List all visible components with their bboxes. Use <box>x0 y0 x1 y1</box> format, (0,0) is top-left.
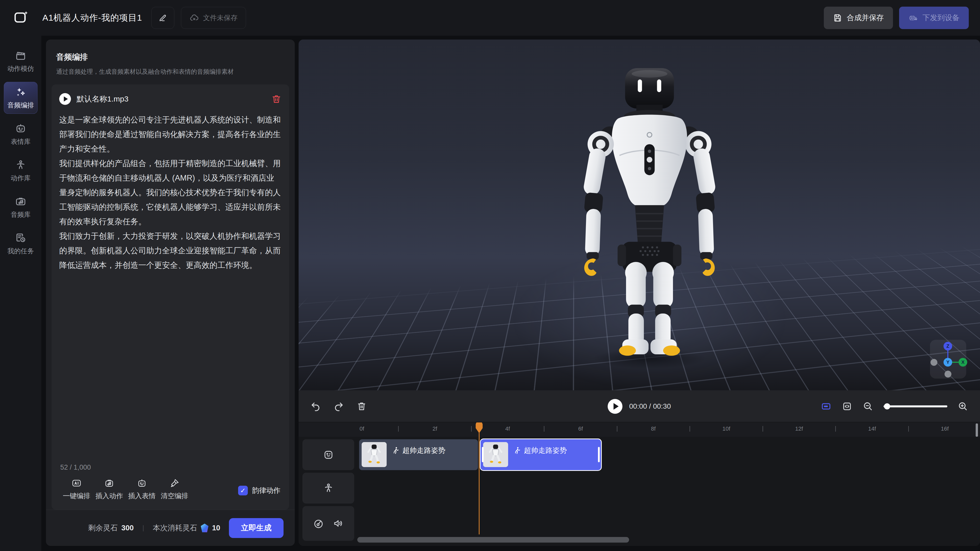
compose-save-button[interactable]: 合成并保存 <box>824 6 893 29</box>
gizmo-y-handle[interactable]: Y <box>943 358 952 367</box>
ruler-label: 8f <box>651 426 655 432</box>
ruler-tick <box>544 426 544 432</box>
timeline-zoom-slider[interactable] <box>883 405 947 407</box>
sidebar-item-audio-arrange[interactable]: 音频编排 <box>4 82 38 114</box>
sidebar-item-audio-lib[interactable]: 音频库 <box>4 191 38 223</box>
ruler-tick <box>471 426 472 432</box>
zoom-slider-knob[interactable] <box>884 403 890 410</box>
motion-track-header[interactable] <box>302 473 354 503</box>
person-track-icon <box>323 483 334 494</box>
project-title: A1机器人动作-我的项目1 <box>42 12 142 24</box>
panel-subtitle: 通过音频处理，生成音频素材以及融合动作和表情的音频编排素材 <box>56 68 285 76</box>
ruler-label: 16f <box>941 426 949 432</box>
sidebar-item-motion-mimic[interactable]: 动作模仿 <box>4 45 38 77</box>
timeline-controls: 00:00 / 00:30 <box>299 390 980 422</box>
save-icon <box>833 13 842 22</box>
clip-thumbnail <box>362 442 387 467</box>
gizmo-neg-z-handle[interactable] <box>945 371 951 378</box>
nav-sidebar: 动作模仿 音频编排 表情库 <box>0 36 41 551</box>
rhythm-checkbox[interactable]: ✓ <box>238 486 248 495</box>
generate-now-button[interactable]: 立即生成 <box>229 518 283 538</box>
audio-file-row: 默认名称1.mp3 <box>59 93 282 105</box>
clip-thumbnail <box>483 442 508 467</box>
music-card-icon <box>104 478 115 488</box>
tool-label: 一键编排 <box>63 491 90 500</box>
sidebar-label: 音频库 <box>11 210 30 219</box>
axis-gizmo[interactable]: Z Y X <box>930 340 966 379</box>
timeline-tracks[interactable]: 超帅走路姿势 <box>299 437 980 546</box>
fit-width-icon[interactable] <box>842 401 853 412</box>
snap-toggle-icon[interactable] <box>821 401 832 412</box>
playhead-line[interactable] <box>479 423 479 534</box>
pencil-icon <box>159 14 167 22</box>
clip-label-row: 超帅走路姿势 <box>513 446 567 455</box>
ruler-tick <box>398 426 399 432</box>
rhythm-label: 韵律动作 <box>252 486 280 495</box>
ruler-label: 4f <box>505 426 510 432</box>
ruler-label: 2f <box>433 426 437 432</box>
one-key-arrange-button[interactable]: 一键编排 <box>60 478 93 500</box>
ruler-label: 6f <box>578 426 583 432</box>
viewport-3d[interactable]: Z Y X <box>299 40 980 390</box>
panel-header: 音频编排 通过音频处理，生成音频素材以及融合动作和表情的音频编排素材 <box>46 40 295 76</box>
sidebar-label: 音频编排 <box>7 101 34 110</box>
face-track-icon <box>323 449 334 460</box>
timeline-ruler[interactable]: 0f 2f 4f 6f 8f 10f 12f 14f 16f <box>299 422 980 437</box>
zoom-out-icon[interactable] <box>862 401 873 412</box>
generate-footer: 剩余灵石300 | 本次消耗灵石 10 立即生成 <box>46 510 295 546</box>
panel-title: 音频编排 <box>56 52 285 62</box>
ruler-tick <box>835 426 836 432</box>
metronome-icon <box>313 518 324 529</box>
char-counter: 52 / 1,000 <box>60 464 282 472</box>
clip-trim-handle-left[interactable] <box>482 447 484 462</box>
ai-badge-icon <box>72 478 82 488</box>
timeline-clip-selected[interactable]: 超帅走路姿势 <box>480 439 601 470</box>
ruler-tick <box>762 426 763 432</box>
task-clock-icon <box>15 232 26 244</box>
deploy-to-device-button[interactable]: 下发到设备 <box>899 6 969 29</box>
ruler-tick <box>908 426 909 432</box>
gizmo-z-handle[interactable]: Z <box>943 342 952 351</box>
gizmo-x-handle[interactable]: X <box>959 358 967 367</box>
audio-card-icon <box>15 196 26 207</box>
clear-arrangement-button[interactable]: 清空编排 <box>158 478 191 500</box>
rhythm-motion-toggle[interactable]: ✓ 韵律动作 <box>238 486 280 500</box>
tool-label: 插入表情 <box>128 491 156 500</box>
insert-motion-button[interactable]: 插入动作 <box>93 478 126 500</box>
ruler-label: 10f <box>722 426 730 432</box>
timeline-vertical-scrollbar[interactable] <box>976 424 978 437</box>
deploy-label: 下发到设备 <box>923 13 959 23</box>
save-label: 合成并保存 <box>847 13 884 23</box>
transcript-text[interactable]: 这是一家全球领先的公司专注于先进机器人系统的设计、制造和部署我们的使命是通过智能… <box>59 113 282 459</box>
clip-trim-handle-right[interactable] <box>598 447 600 462</box>
ruler-tick <box>690 426 690 432</box>
insert-expression-button[interactable]: 插入表情 <box>126 478 158 500</box>
sidebar-label: 我的任务 <box>7 247 34 256</box>
rename-project-button[interactable] <box>151 7 174 29</box>
cloud-x-icon <box>189 13 199 23</box>
file-unsaved-status[interactable]: 文件未保存 <box>181 7 246 29</box>
play-button[interactable] <box>608 399 622 414</box>
humanoid-robot[interactable] <box>565 56 734 356</box>
gizmo-neg-x-handle[interactable] <box>931 359 937 366</box>
transcript-paragraph: 我们提供样化的产品组合，包括用于精密制造的工业机械臂、用于物流和仓储的自主移动机… <box>59 156 282 229</box>
timeline-clip[interactable]: 超帅走路姿势 <box>359 439 478 470</box>
ruler-label: 0f <box>360 426 364 432</box>
clip-label: 超帅走路姿势 <box>524 446 567 455</box>
zoom-in-icon[interactable] <box>958 401 968 412</box>
sidebar-label: 动作库 <box>11 174 30 183</box>
footer-divider: | <box>142 524 144 532</box>
walking-icon <box>392 446 400 454</box>
expression-track-header[interactable] <box>302 439 354 470</box>
sidebar-item-my-tasks[interactable]: 我的任务 <box>4 228 38 260</box>
timeline-horizontal-scrollbar[interactable] <box>357 537 629 543</box>
robot-deploy-icon <box>908 13 918 23</box>
sidebar-label: 表情库 <box>11 137 30 146</box>
sidebar-item-expression-lib[interactable]: 表情库 <box>4 118 38 150</box>
sidebar-item-motion-lib[interactable]: 动作库 <box>4 155 38 187</box>
speaker-icon[interactable] <box>333 518 344 529</box>
delete-audio-icon[interactable] <box>271 94 282 104</box>
audio-play-button[interactable] <box>59 93 71 105</box>
transcript-paragraph: 这是一家全球领先的公司专注于先进机器人系统的设计、制造和部署我们的使命是通过智能… <box>59 113 282 156</box>
audio-track-header[interactable] <box>302 506 354 541</box>
